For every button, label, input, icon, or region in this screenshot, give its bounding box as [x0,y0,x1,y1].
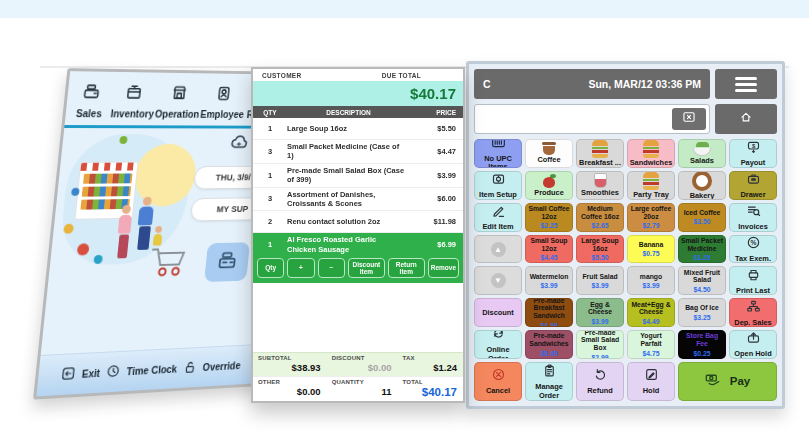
home-icon [739,110,753,128]
invoices-tile[interactable]: Invoices [729,203,777,232]
cancel-tile[interactable]: Cancel [474,362,522,401]
mango-tile[interactable]: mango$3.99 [627,266,675,295]
apple-icon [543,174,556,188]
bakery-tile[interactable]: Bakery [678,171,726,200]
hold-tile[interactable]: Hold [627,362,675,401]
time-clock-button[interactable]: Time Clock [105,360,178,382]
online-order-tile[interactable]: Online Order [474,330,522,359]
store-awning [81,163,138,171]
other-value: $0.00 [258,386,321,397]
pre-made-small-salad-box-tile[interactable]: Pre-made Small Salad Box$2.99 [576,330,624,359]
payout-icon: $ [746,139,761,158]
no-upc-items-tile[interactable]: No UPC Items [474,139,522,168]
selected-item-actions: Qty+−Discount ItemReturn ItemRemove [253,256,463,283]
blank-button[interactable]: − [318,258,345,278]
edititem-icon [491,203,506,222]
item-setup-tile[interactable]: Item Setup [474,171,522,200]
smoothies-tile[interactable]: Smoothies [576,171,624,200]
exit-button[interactable]: Exit [59,364,100,384]
receipt-row-selected[interactable]: 1Al Fresco Roasted Garlic Chicken Sausag… [253,233,463,256]
receipt-row[interactable]: 3Assortment of Danishes, Croissants & Sc… [253,188,463,212]
tab-sales[interactable]: Sales [68,81,113,119]
breakfast-tile[interactable]: Breakfast ... [576,139,624,168]
qty-button[interactable]: Qty [257,258,284,278]
remove-button[interactable]: Remove [428,258,459,278]
medium-coffee-16oz-tile[interactable]: Medium Coffee 16oz$2.65 [576,203,624,232]
pre-made-sandwiches-tile[interactable]: Pre-made Sandwiches$5.49 [525,330,573,359]
tax-value: $1.24 [403,362,457,373]
scroll-up-tile[interactable]: ▲ [474,235,522,264]
tax-exem-tile[interactable]: %Tax Exem. [729,235,777,264]
produce-tile[interactable]: Produce [525,171,573,200]
register-id: C [483,78,491,90]
totals-row-1: SUBTOTAL$38.93 DISCOUNT$0.00 TAX$1.24 [253,352,463,376]
onlineorder-icon [491,330,506,345]
watermelon-tile[interactable]: Watermelon$3.99 [525,266,573,295]
receipt-row[interactable]: 2Renu contact solution 2oz$11.98 [253,211,463,233]
yogurt-parfait-tile[interactable]: Yogurt Parfait$4.75 [627,330,675,359]
large-soup-16oz-tile[interactable]: Large Soup 16oz$5.50 [576,235,624,264]
fruit-salad-tile[interactable]: Fruit Salad$3.99 [576,266,624,295]
pre-made-breakfast-sandwich-tile[interactable]: Pre-made Breakfast Sandwich$4.49 [525,298,573,327]
small-packet-medicine-tile[interactable]: Small Packet Medicine$1.25 [678,235,726,264]
total-value: $40.17 [403,386,457,398]
dep-sales-tile[interactable]: Dep. Sales [729,298,777,327]
home-button[interactable] [715,104,777,134]
search-input[interactable] [475,114,672,125]
refund-tile[interactable]: Refund [576,362,624,401]
receipt-row[interactable]: 1Large Soup 16oz$5.50 [253,118,463,140]
receipt-panel: CUSTOMER DUE TOTAL $40.17 QTY DESCRIPTIO… [251,67,465,403]
clear-search-button[interactable] [672,108,706,130]
clear-icon [682,110,696,128]
blank-button[interactable]: + [287,258,314,278]
receipt-table-header: QTY DESCRIPTION PRICE [253,106,463,118]
open-hold-tile[interactable]: Open Hold [729,330,777,359]
manageorder-icon [542,363,557,382]
discount-value: $0.00 [332,362,392,373]
register-shortcut-button[interactable] [204,242,250,282]
tab-employee[interactable]: Employee [200,83,247,120]
payout-tile[interactable]: $Payout [729,139,777,168]
mixed-fruit-salad-tile[interactable]: Mixed Fruit Salad$4.50 [678,266,726,295]
party-tray-tile[interactable]: Party Tray [627,171,675,200]
meat-egg-cheese-tile[interactable]: Meat+Egg & Cheese$4.49 [627,298,675,327]
edit-item-tile[interactable]: Edit Item [474,203,522,232]
shopping-cart [145,243,188,283]
shopping-illustration [42,128,207,341]
discount-tile[interactable]: Discount [474,298,522,327]
override-button[interactable]: Override [181,356,241,377]
receipt-rows: 1Large Soup 16oz$5.503Small Packet Medic… [253,118,463,352]
inventory-icon [124,82,146,106]
due-total-label: DUE TOTAL [373,72,463,79]
print-last-tile[interactable]: Print Last [729,266,777,295]
menu-button[interactable] [715,69,777,99]
salad-icon [693,142,711,156]
pay-tile[interactable]: Pay [678,362,777,401]
receipt-row[interactable]: 3Small Packet Medicine (Case of 1)$4.47 [253,140,463,164]
return-item-button[interactable]: Return Item [388,258,425,278]
receipt-row[interactable]: 1Pre-made Small Salad Box (Case of 399)$… [253,164,463,188]
bag-of-ice-tile[interactable]: Bag Of Ice$3.25 [678,298,726,327]
discount-item-button[interactable]: Discount Item [348,258,385,278]
pay-icon [704,371,721,392]
svg-text:$: $ [751,143,755,149]
tab-inventory[interactable]: Inventory [110,82,157,120]
iced-coffee-tile[interactable]: Iced Coffee$3.50 [678,203,726,232]
tab-operation[interactable]: Operation [154,82,202,119]
store-bag-fee-tile[interactable]: Store Bag Fee$0.25 [678,330,726,359]
egg-cheese-tile[interactable]: Egg & Cheese$3.99 [576,298,624,327]
small-coffee-12oz-tile[interactable]: Small Coffee 12oz$2.25 [525,203,573,232]
coffee-tile[interactable]: Coffee [525,139,573,168]
drawer-tile[interactable]: Drawer [729,171,777,200]
scroll-down-tile[interactable]: ▼ [474,266,522,295]
salads-tile[interactable]: Salads [678,139,726,168]
large-coffee-20oz-tile[interactable]: Large coffee 20oz$2.79 [627,203,675,232]
burger-icon [643,140,659,158]
cancel-icon [491,367,506,386]
sandwiches-tile[interactable]: Sandwiches [627,139,675,168]
small-soup-12oz-tile[interactable]: Small Soup 12oz$4.45 [525,235,573,264]
timeclock-icon [105,363,122,382]
register-icon [80,81,102,105]
manage-order-tile[interactable]: Manage Order [525,362,573,401]
banana-tile[interactable]: Banana$0.75 [627,235,675,264]
